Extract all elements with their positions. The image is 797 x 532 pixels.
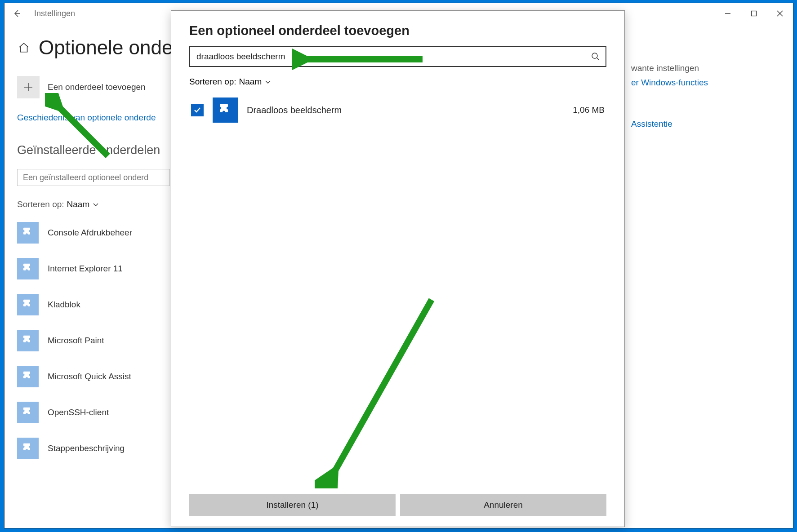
feature-icon	[213, 98, 238, 123]
svg-line-8	[597, 58, 599, 60]
result-size: 1,06 MB	[573, 105, 605, 115]
search-icon[interactable]	[591, 52, 600, 61]
dialog-backdrop: Een optioneel onderdeel toevoegen Sorter…	[4, 3, 793, 528]
dialog-title: Een optioneel onderdeel toevoegen	[189, 23, 606, 38]
dialog-search-input[interactable]	[189, 46, 606, 67]
dialog-button-row: Installeren (1) Annuleren	[171, 486, 624, 527]
svg-point-7	[592, 53, 597, 58]
dialog-sort-label: Sorteren op:	[189, 77, 236, 87]
settings-window: Instellingen Optionele onde Ee	[4, 3, 793, 528]
dialog-sort-value: Naam	[239, 77, 262, 87]
puzzle-icon	[217, 102, 233, 118]
check-icon	[193, 106, 202, 115]
add-feature-dialog: Een optioneel onderdeel toevoegen Sorter…	[171, 10, 625, 527]
chevron-down-icon	[264, 78, 272, 85]
cancel-button[interactable]: Annuleren	[400, 494, 606, 516]
result-name: Draadloos beeldscherm	[247, 105, 342, 115]
dialog-sort-dropdown[interactable]: Sorteren op: Naam	[189, 77, 606, 87]
result-row[interactable]: Draadloos beeldscherm 1,06 MB	[189, 95, 606, 125]
result-checkbox[interactable]	[191, 104, 204, 116]
install-button[interactable]: Installeren (1)	[189, 494, 396, 516]
